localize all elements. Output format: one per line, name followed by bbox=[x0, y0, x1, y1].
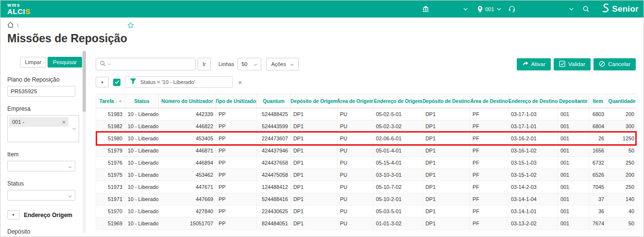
activate-button[interactable]: Ativar bbox=[517, 58, 551, 70]
table-cell: DP1 bbox=[291, 205, 338, 217]
table-cell: 40 bbox=[607, 205, 637, 217]
table-row[interactable]: 5197610 - Liberado446894PP424437658DP1PU… bbox=[96, 157, 636, 169]
status-select[interactable] bbox=[7, 190, 75, 201]
column-header-label: Endereço de Destino bbox=[508, 99, 558, 104]
page-header: \ Missões de Reposição bbox=[0, 17, 644, 45]
sort-desc-icon: ↓ bbox=[116, 99, 118, 103]
column-header--rea-de-destino[interactable]: Área de Destino bbox=[470, 94, 508, 108]
go-button[interactable]: Ir bbox=[198, 58, 211, 70]
sidebar-buttons: Limpar Pesquisar bbox=[7, 57, 87, 68]
item-select[interactable] bbox=[7, 161, 75, 171]
table-row[interactable]: 5198210 - Liberado446822PP524443599DP1PU… bbox=[96, 120, 636, 133]
column-header-status[interactable]: Status bbox=[125, 94, 159, 108]
column-header-dep-sito-de-origem[interactable]: Depósito de Origem bbox=[291, 94, 338, 108]
table-row[interactable]: 5197010 - Liberado427840PP224430625DP1PU… bbox=[96, 205, 636, 218]
table-cell: 001 bbox=[558, 108, 589, 120]
column-header-endere-o-de-origem[interactable]: Endereço de Origem bbox=[373, 94, 423, 108]
company-building-icon[interactable] bbox=[422, 5, 429, 13]
table-body: 5198310 - Liberado442339PP524488425DP1PU… bbox=[96, 108, 636, 230]
table-cell: DP1 bbox=[291, 133, 338, 144]
table-cell: 001 bbox=[558, 120, 589, 132]
alcis-logo[interactable]: wms ALCIS bbox=[7, 3, 31, 16]
column-header-item[interactable]: Item bbox=[589, 94, 607, 108]
favorite-star-icon[interactable] bbox=[127, 22, 134, 29]
collapse-section-button[interactable]: ▼ bbox=[7, 210, 19, 220]
table-cell: 02-06-6-01 bbox=[373, 133, 423, 144]
table-row[interactable]: 5197310 - Liberado447671PP124488412DP1PU… bbox=[96, 181, 636, 193]
column-header-tarefa[interactable]: Tarefa↓≡ bbox=[96, 94, 125, 108]
table-cell: 03-16-2-01 bbox=[508, 133, 558, 144]
headset-icon[interactable] bbox=[508, 5, 516, 13]
table-row[interactable]: 5198010 - Liberado453405PP224473607DP1PU… bbox=[96, 133, 636, 145]
column-header--rea-de-origem[interactable]: Área de Origem bbox=[338, 94, 373, 108]
home-icon[interactable] bbox=[7, 21, 14, 30]
search-icon[interactable] bbox=[100, 60, 106, 68]
chevron-down-icon[interactable] bbox=[463, 8, 468, 11]
scrollbar-thumb[interactable] bbox=[83, 51, 86, 112]
filter-enabled-checkbox[interactable] bbox=[113, 79, 120, 86]
search-icon[interactable] bbox=[582, 5, 590, 13]
table-cell: PF bbox=[470, 145, 508, 156]
sidebar-scrollbar[interactable] bbox=[83, 51, 86, 233]
cancel-button[interactable]: Cancelar bbox=[593, 58, 636, 70]
filter-sidebar: Limpar Pesquisar Plano de Reposição Empr… bbox=[0, 51, 87, 233]
report-search-input[interactable] bbox=[115, 60, 192, 68]
table-cell: DP1 bbox=[291, 108, 338, 120]
table-cell: 001 bbox=[558, 169, 589, 181]
table-cell: 824484051 bbox=[257, 218, 291, 229]
column-header-quantidade[interactable]: Quantidade bbox=[607, 94, 637, 108]
column-header-label: Quantum bbox=[263, 99, 285, 104]
table-cell: 300 bbox=[607, 120, 637, 132]
column-header-dep-sito-de-destino[interactable]: Depósito de Destino bbox=[423, 94, 470, 108]
table-row[interactable]: 5196910 - Liberado15051707PP824484051DP1… bbox=[96, 218, 636, 230]
column-header-quantum[interactable]: Quantum bbox=[257, 94, 291, 108]
plano-reposicao-input[interactable] bbox=[7, 86, 75, 97]
table-row[interactable]: 5197110 - Liberado447669PP524488416DP1PU… bbox=[96, 193, 636, 205]
activate-share-icon bbox=[522, 61, 528, 68]
table-cell: 03-14-2-03 bbox=[508, 181, 558, 193]
filter-condition-chip[interactable]: Status = '10 - Liberado' bbox=[125, 76, 233, 88]
filter-funnel-icon bbox=[130, 78, 136, 86]
table-cell: 50 bbox=[607, 145, 637, 156]
chevron-down-icon[interactable] bbox=[70, 116, 79, 142]
table-cell: 424437946 bbox=[257, 145, 291, 156]
table-cell: PF bbox=[470, 193, 508, 205]
table-cell: 10 - Liberado bbox=[125, 145, 159, 156]
app-window: wms ALCIS 001 bbox=[0, 0, 644, 237]
report-menu-button[interactable]: ▼ bbox=[96, 77, 109, 87]
table-cell: 51982 bbox=[96, 120, 125, 132]
remove-filter-icon[interactable]: × bbox=[238, 78, 242, 86]
table-cell: 001 bbox=[558, 218, 589, 229]
table-cell: 03-17-1-03 bbox=[508, 108, 558, 120]
column-header-label: Tarefa bbox=[100, 99, 114, 104]
report-toolbar: Ir Linhas 50 Ações Ativar bbox=[96, 58, 636, 70]
table-cell: 51975 bbox=[96, 169, 125, 181]
column-header-depositante[interactable]: Depositante bbox=[558, 94, 589, 108]
table-row[interactable]: 5197910 - Liberado446871PP424437946DP1PU… bbox=[96, 145, 636, 157]
table-cell: 51971 bbox=[96, 193, 125, 205]
empresa-multiselect[interactable]: 001 - × bbox=[7, 115, 79, 142]
table-cell: 36 bbox=[589, 205, 607, 217]
table-cell: 03-15-1-02 bbox=[508, 169, 558, 181]
deposito-label: Depósito bbox=[7, 228, 87, 235]
table-cell: 447671 bbox=[159, 181, 216, 193]
chevron-down-icon[interactable] bbox=[569, 8, 574, 11]
column-header-n-mero-do-unitizador[interactable]: Número do Unitizador bbox=[159, 94, 216, 108]
remove-token-icon[interactable]: × bbox=[62, 119, 66, 125]
table-cell: 50 bbox=[607, 218, 637, 229]
search-button[interactable]: Pesquisar bbox=[48, 57, 82, 68]
table-cell: PF bbox=[470, 108, 508, 120]
column-header-endere-o-de-destino[interactable]: Endereço de Destino bbox=[508, 94, 558, 108]
table-cell: 442339 bbox=[159, 108, 216, 120]
actions-button[interactable]: Ações bbox=[266, 58, 299, 70]
table-row[interactable]: 5197510 - Liberado453462PP424475058DP1PU… bbox=[96, 169, 636, 181]
chevron-down-icon[interactable] bbox=[108, 63, 111, 66]
column-header-label: Área de Origem bbox=[338, 99, 373, 104]
clear-button[interactable]: Limpar bbox=[20, 57, 46, 68]
rows-per-page-select[interactable]: 50 bbox=[237, 58, 261, 70]
chevron-down-icon bbox=[68, 191, 72, 200]
chevron-down-icon[interactable] bbox=[497, 8, 501, 11]
column-header-tipo-de-unitizador[interactable]: Tipo de Unitizador bbox=[216, 94, 257, 108]
table-row[interactable]: 5198310 - Liberado442339PP524488425DP1PU… bbox=[96, 108, 636, 120]
validate-button[interactable]: Validar bbox=[554, 58, 591, 70]
